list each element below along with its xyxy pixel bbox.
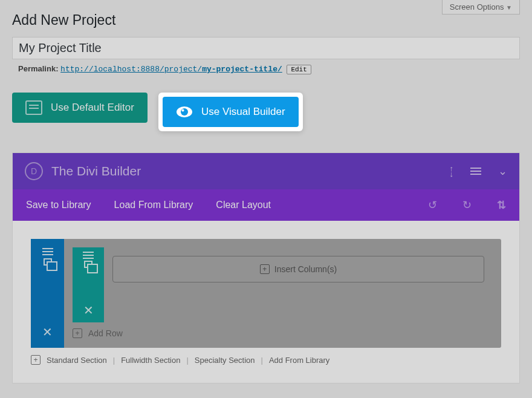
section-settings-icon[interactable] [42, 251, 53, 252]
default-editor-label: Use Default Editor [51, 102, 134, 114]
permalink-label: Permalink: [18, 64, 58, 73]
clear-layout-button[interactable]: Clear Layout [216, 200, 271, 210]
eye-icon [176, 106, 193, 118]
highlighted-frame: Use Visual Builder [158, 93, 303, 131]
edit-permalink-button[interactable]: Edit [287, 65, 311, 74]
row-box: ✕ + Insert Column(s) [73, 247, 493, 322]
menu-icon[interactable] [470, 171, 481, 172]
section-duplicate-icon[interactable] [44, 258, 52, 266]
section-box: ✕ ✕ + Insert Column(s) [31, 239, 501, 348]
page-title: Add New Project [12, 12, 520, 28]
add-row-button[interactable]: + Add Row [73, 328, 493, 338]
load-library-button[interactable]: Load From Library [114, 200, 193, 210]
divi-subheader: Save to Library Load From Library Clear … [13, 189, 519, 221]
save-library-button[interactable]: Save to Library [26, 200, 91, 210]
project-title-input[interactable] [12, 37, 520, 59]
undo-icon[interactable]: ↺ [428, 198, 437, 212]
specialty-section-link[interactable]: Specialty Section [195, 356, 255, 365]
collapse-icon[interactable]: ⌄ [498, 165, 507, 178]
divi-header: D The Divi Builder ↑↓ ⌄ [13, 153, 519, 189]
plus-icon: + [73, 328, 82, 338]
use-default-editor-button[interactable]: Use Default Editor [12, 93, 148, 123]
insert-columns-label: Insert Column(s) [274, 264, 337, 274]
add-row-label: Add Row [88, 328, 123, 338]
divi-logo-icon: D [25, 162, 43, 180]
screen-options-toggle[interactable]: Screen Options [442, 0, 520, 15]
permalink-slug: my-project-title/ [202, 65, 282, 74]
permalink-link[interactable]: http://localhost:8888/project/my-project… [60, 65, 282, 74]
swap-icon[interactable]: ↑↓ [450, 166, 454, 177]
history-icon[interactable]: ⇅ [497, 198, 506, 212]
section-type-footer: + Standard Section | Fullwidth Section |… [31, 355, 501, 365]
row-toolbar: ✕ [73, 247, 104, 322]
svg-point-1 [181, 108, 188, 116]
row-content: + Insert Column(s) [104, 247, 493, 322]
plus-icon: + [31, 355, 41, 365]
plus-icon: + [260, 264, 270, 274]
permalink-row: Permalink: http://localhost:8888/project… [12, 64, 520, 74]
divi-title: The Divi Builder [51, 164, 141, 178]
add-from-library-link[interactable]: Add From Library [269, 356, 329, 365]
row-duplicate-icon[interactable] [84, 261, 92, 268]
standard-section-link[interactable]: Standard Section [47, 356, 107, 365]
visual-builder-label: Use Visual Builder [201, 106, 285, 118]
screen-options-label: Screen Options [450, 2, 504, 11]
divi-builder-panel: D The Divi Builder ↑↓ ⌄ Save to Library … [12, 152, 520, 383]
section-delete-icon[interactable]: ✕ [42, 326, 53, 338]
section-toolbar: ✕ [31, 239, 64, 348]
use-visual-builder-button[interactable]: Use Visual Builder [163, 97, 299, 127]
redo-icon[interactable]: ↻ [462, 198, 472, 212]
row-settings-icon[interactable] [83, 255, 94, 256]
section-content: ✕ + Insert Column(s) + Add Row [64, 239, 501, 348]
row-delete-icon[interactable]: ✕ [83, 304, 94, 316]
permalink-base: http://localhost:8888/project/ [60, 65, 202, 74]
editor-icon [25, 100, 42, 115]
fullwidth-section-link[interactable]: Fullwidth Section [121, 356, 180, 365]
svg-point-2 [181, 109, 184, 112]
insert-columns-button[interactable]: + Insert Column(s) [112, 256, 484, 282]
divi-canvas: ✕ ✕ + Insert Column(s) [13, 221, 519, 383]
